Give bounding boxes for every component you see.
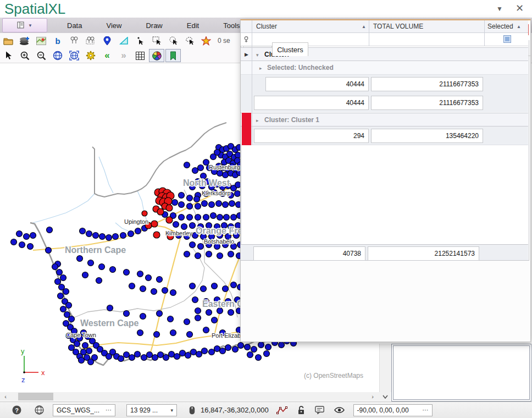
map-point-blue[interactable]	[198, 165, 204, 171]
map-point-blue[interactable]	[135, 351, 141, 358]
location-pin-icon[interactable]	[99, 34, 115, 47]
map-point-blue[interactable]	[187, 332, 193, 338]
map-point-blue[interactable]	[172, 200, 178, 206]
map-point-blue[interactable]	[210, 213, 217, 219]
comment-icon[interactable]	[315, 406, 324, 414]
app-menu-button[interactable]: ▼	[2, 18, 47, 32]
map-point-blue[interactable]	[137, 271, 143, 277]
map-point-blue[interactable]	[174, 354, 180, 360]
table-row[interactable]: 40444 21116677353	[241, 94, 528, 112]
map-point-blue[interactable]	[195, 308, 201, 314]
pins-box-icon[interactable]	[82, 34, 99, 47]
column-header-total-volume[interactable]: TOTAL VOLUME	[373, 23, 423, 30]
projection-globe-icon[interactable]	[35, 405, 44, 415]
map-point-blue[interactable]	[124, 352, 130, 358]
column-header-selected[interactable]: Selected	[487, 23, 513, 30]
map-point-blue[interactable]	[238, 343, 244, 349]
triangle-ruler-icon[interactable]	[115, 34, 132, 47]
map-point-blue[interactable]	[179, 202, 185, 208]
map-point-blue[interactable]	[80, 228, 86, 234]
map-point-blue[interactable]	[168, 316, 174, 322]
map-point-blue[interactable]	[202, 348, 208, 354]
map-point-blue[interactable]	[191, 349, 197, 355]
collapse-icon[interactable]: ▾	[256, 52, 259, 58]
map-point-blue[interactable]	[107, 305, 113, 311]
map-point-blue[interactable]	[157, 311, 163, 317]
map-point-blue[interactable]	[120, 233, 126, 239]
map-point-blue[interactable]	[52, 264, 58, 270]
map-point-red-selected[interactable]	[166, 205, 173, 211]
map-point-blue[interactable]	[214, 346, 220, 352]
map-point-blue[interactable]	[146, 275, 152, 281]
map-point-blue[interactable]	[247, 352, 253, 358]
globe-extent-icon[interactable]	[66, 49, 82, 62]
map-point-blue[interactable]	[27, 244, 34, 250]
map-point-blue[interactable]	[195, 315, 201, 321]
map-point-red-selected[interactable]	[151, 221, 158, 227]
map-point-blue[interactable]	[129, 355, 135, 361]
map-point-blue[interactable]	[11, 239, 17, 245]
map-point-blue[interactable]	[279, 342, 285, 348]
map-point-blue[interactable]	[229, 201, 235, 207]
map-point-blue[interactable]	[181, 224, 187, 230]
scroll-left-icon[interactable]: ‹	[0, 393, 11, 400]
help-icon[interactable]: ?	[12, 405, 21, 415]
map-point-blue[interactable]	[184, 162, 190, 168]
map-point-blue[interactable]	[63, 289, 69, 295]
clear-selection-star-icon[interactable]	[198, 34, 214, 47]
bing-icon[interactable]: b	[49, 34, 66, 47]
map-point-blue[interactable]	[88, 260, 94, 266]
group-row-cluster-1[interactable]: ▸ Cluster: Cluster 1	[241, 113, 528, 127]
map-point-blue[interactable]	[16, 231, 23, 237]
map-point-red-selected[interactable]	[157, 208, 164, 215]
map-point-blue[interactable]	[231, 282, 237, 288]
back-icon[interactable]: «	[99, 49, 115, 62]
ellipsis-icon[interactable]: ⋯	[106, 406, 112, 414]
add-layers-icon[interactable]	[16, 34, 33, 47]
open-folder-icon[interactable]	[0, 34, 16, 47]
chevron-down-icon[interactable]: ▾	[170, 408, 173, 413]
map-point-blue[interactable]	[203, 160, 209, 166]
map-point-blue[interactable]	[60, 306, 66, 312]
map-point-blue[interactable]	[24, 234, 30, 240]
map-point-blue[interactable]	[223, 286, 229, 292]
map-point-blue[interactable]	[192, 297, 198, 303]
map-point-blue[interactable]	[217, 308, 223, 314]
map-point-blue[interactable]	[256, 355, 262, 361]
map-point-blue[interactable]	[251, 346, 257, 353]
map-point-blue[interactable]	[154, 332, 160, 338]
pins-icon[interactable]	[66, 34, 82, 47]
settings-gear-icon[interactable]	[82, 49, 99, 62]
map-point-blue[interactable]	[187, 204, 193, 210]
map-point-blue[interactable]	[141, 355, 147, 361]
map-point-blue[interactable]	[223, 172, 229, 178]
map-point-blue[interactable]	[190, 223, 196, 229]
map-point-blue[interactable]	[209, 202, 215, 208]
map-point-blue[interactable]	[124, 270, 130, 276]
map-point-blue[interactable]	[92, 355, 98, 361]
map-point-blue[interactable]	[216, 201, 222, 207]
map-point-blue[interactable]	[212, 283, 218, 289]
orientation-field[interactable]: -90,00, 0,00, 0,00 ⋯	[353, 404, 433, 416]
map-point-blue[interactable]	[184, 251, 190, 257]
map-point-blue[interactable]	[157, 277, 163, 283]
map-point-blue[interactable]	[47, 227, 53, 233]
map-point-blue[interactable]	[185, 353, 191, 359]
map-point-red-selected[interactable]	[142, 211, 147, 216]
scroll-right-icon[interactable]: ›	[367, 393, 378, 400]
map-point-blue[interactable]	[99, 234, 106, 240]
map-point-blue[interactable]	[137, 330, 143, 336]
map-point-blue[interactable]	[77, 256, 83, 262]
globe-icon[interactable]	[49, 49, 66, 62]
forward-icon[interactable]: »	[115, 49, 132, 62]
map-point-blue[interactable]	[190, 283, 196, 289]
visibility-eye-icon[interactable]	[334, 406, 345, 414]
map-point-blue[interactable]	[217, 170, 223, 177]
map-point-blue[interactable]	[79, 358, 85, 364]
map-point-blue[interactable]	[179, 193, 185, 199]
map-point-blue[interactable]	[140, 314, 146, 320]
map-point-blue[interactable]	[30, 233, 36, 239]
map-point-blue[interactable]	[225, 345, 231, 351]
map-point-blue[interactable]	[147, 352, 153, 358]
map-point-blue[interactable]	[190, 242, 196, 248]
